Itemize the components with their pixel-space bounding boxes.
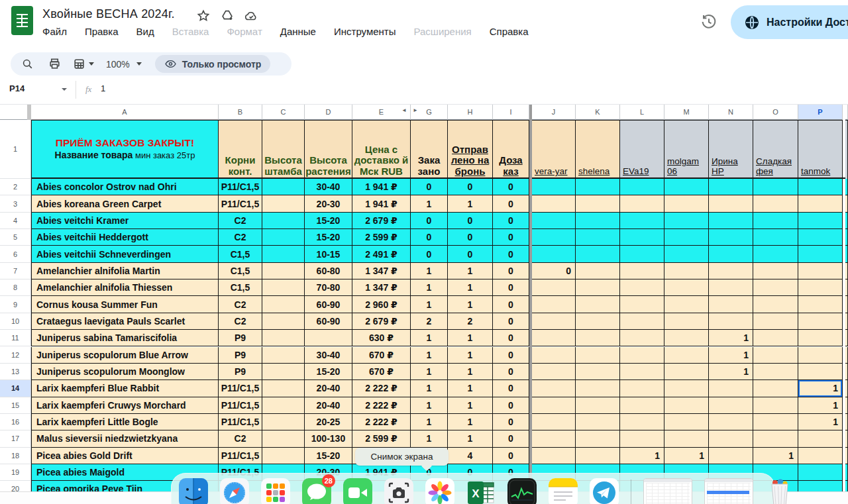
cell-M7[interactable] xyxy=(664,263,709,279)
row-header-3[interactable]: 3 xyxy=(0,195,31,212)
cell-H5[interactable]: 0 xyxy=(448,229,493,246)
cell-L14[interactable] xyxy=(620,380,664,397)
cell-K8[interactable] xyxy=(576,279,620,296)
cell-J2[interactable] xyxy=(532,179,576,195)
cell-E16[interactable]: 2 222 ₽ xyxy=(352,414,411,430)
header-cell-K[interactable]: shelena xyxy=(576,120,620,179)
cell-N17[interactable] xyxy=(709,430,753,447)
cell-I7[interactable]: 0 xyxy=(493,263,529,279)
cell-P8[interactable] xyxy=(798,279,843,296)
column-header-C[interactable]: C xyxy=(262,105,305,120)
cell-L6[interactable] xyxy=(620,246,664,262)
cell-C5[interactable] xyxy=(262,229,305,246)
cell-K7[interactable] xyxy=(576,263,620,279)
cell-C4[interactable] xyxy=(262,213,305,229)
cell-E13[interactable]: 670 ₽ xyxy=(352,364,411,380)
cell-P11[interactable] xyxy=(798,330,843,346)
cell-M10[interactable] xyxy=(664,313,709,330)
row-header-17[interactable]: 17 xyxy=(0,430,31,447)
header-cell-N[interactable]: Ирина НР xyxy=(709,120,753,179)
row-header-10[interactable]: 10 xyxy=(0,313,31,330)
cell-G9[interactable]: 1 xyxy=(411,296,448,313)
cell-O9[interactable] xyxy=(753,296,798,313)
cell-L2[interactable] xyxy=(620,179,664,195)
cell-P7[interactable] xyxy=(798,263,843,279)
cell-D8[interactable]: 70-80 xyxy=(305,279,352,296)
launchpad-icon[interactable] xyxy=(261,478,290,504)
header-cell-P[interactable]: tanmok xyxy=(798,120,843,179)
cell-K18[interactable] xyxy=(576,448,620,464)
cell-G16[interactable]: 1 xyxy=(411,414,448,430)
row-header-19[interactable]: 19 xyxy=(0,464,31,481)
cell-D11[interactable] xyxy=(305,330,352,346)
cell-E6[interactable]: 2 491 ₽ xyxy=(352,246,411,262)
cell-K14[interactable] xyxy=(576,380,620,397)
column-header-M[interactable]: M xyxy=(664,105,709,120)
cell-M2[interactable] xyxy=(664,179,709,195)
cell-I8[interactable]: 0 xyxy=(493,279,529,296)
cell-A18[interactable]: Picea abies Gold Drift xyxy=(31,448,219,464)
cell-K13[interactable] xyxy=(576,364,620,380)
cell-J10[interactable] xyxy=(532,313,576,330)
cell-C10[interactable] xyxy=(262,313,305,330)
cell-M4[interactable] xyxy=(664,213,709,229)
column-header-K[interactable]: K xyxy=(576,105,620,120)
cell-B12[interactable]: P9 xyxy=(219,347,262,364)
cell-I9[interactable]: 0 xyxy=(493,296,529,313)
cell-L18[interactable]: 1 xyxy=(620,448,664,464)
row-header-7[interactable]: 7 xyxy=(0,263,31,279)
cell-B4[interactable]: C2 xyxy=(219,213,262,229)
cell-H9[interactable]: 1 xyxy=(448,296,493,313)
cell-O7[interactable] xyxy=(753,263,798,279)
header-cell-O[interactable]: Сладкая фея xyxy=(753,120,798,179)
cell-J9[interactable] xyxy=(532,296,576,313)
cell-N4[interactable] xyxy=(709,213,753,229)
cell-A6[interactable]: Abies veitchii Schneverdingen xyxy=(31,246,219,262)
cell-H6[interactable]: 0 xyxy=(448,246,493,262)
cell-P6[interactable] xyxy=(798,246,843,262)
row-header-12[interactable]: 12 xyxy=(0,347,31,364)
row-header-9[interactable]: 9 xyxy=(0,296,31,313)
cell-N18[interactable] xyxy=(709,448,753,464)
cell-I11[interactable]: 0 xyxy=(493,330,529,346)
cell-D12[interactable]: 30-40 xyxy=(305,347,352,364)
cell-K12[interactable] xyxy=(576,347,620,364)
column-header-L[interactable]: L xyxy=(620,105,664,120)
cell-E8[interactable]: 1 347 ₽ xyxy=(352,279,411,296)
cell-A15[interactable]: Larix kaempferi Cruwys Morchard xyxy=(31,397,219,414)
cell-O14[interactable] xyxy=(753,380,798,397)
cell-M9[interactable] xyxy=(664,296,709,313)
cell-E10[interactable]: 2 679 ₽ xyxy=(352,313,411,330)
screenshot-icon[interactable] xyxy=(384,478,413,504)
collapse-left-icon[interactable]: ◄ xyxy=(401,108,407,113)
row-header-2[interactable]: 2 xyxy=(0,179,31,195)
cell-H12[interactable]: 1 xyxy=(448,347,493,364)
header-cell-M[interactable]: molgam 06 xyxy=(664,120,709,179)
cell-P15[interactable]: 1 xyxy=(798,397,843,414)
column-header-A[interactable]: A xyxy=(31,105,219,120)
cell-K3[interactable] xyxy=(576,195,620,212)
cell-G5[interactable]: 0 xyxy=(411,229,448,246)
cell-A12[interactable]: Juniperus scopulorum Blue Arrow xyxy=(31,347,219,364)
cell-O5[interactable] xyxy=(753,229,798,246)
cell-O2[interactable] xyxy=(753,179,798,195)
cell-C2[interactable] xyxy=(262,179,305,195)
cell-O6[interactable] xyxy=(753,246,798,262)
cell-M17[interactable] xyxy=(664,430,709,447)
cell-L4[interactable] xyxy=(620,213,664,229)
cell-D14[interactable]: 20-40 xyxy=(305,380,352,397)
cell-B3[interactable]: P11/C1,5 xyxy=(219,195,262,212)
cell-M15[interactable] xyxy=(664,397,709,414)
cell-B7[interactable]: C1,5 xyxy=(219,263,262,279)
row-header-8[interactable]: 8 xyxy=(0,279,31,296)
cell-C9[interactable] xyxy=(262,296,305,313)
cell-O8[interactable] xyxy=(753,279,798,296)
cell-J17[interactable] xyxy=(532,430,576,447)
cell-H16[interactable]: 1 xyxy=(448,414,493,430)
cell-O16[interactable] xyxy=(753,414,798,430)
header-cell-G[interactable]: Зака зано xyxy=(411,120,448,179)
cell-L9[interactable] xyxy=(620,296,664,313)
notes-icon[interactable] xyxy=(549,478,578,504)
cell-C12[interactable] xyxy=(262,347,305,364)
cell-O18[interactable]: 1 xyxy=(753,448,798,464)
